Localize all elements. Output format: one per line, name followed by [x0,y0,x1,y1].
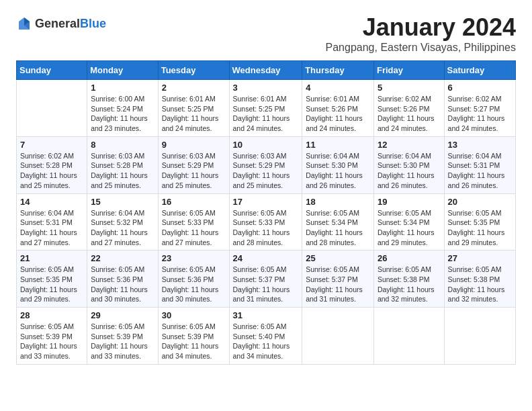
calendar-cell: 3Sunrise: 6:01 AMSunset: 5:25 PMDaylight… [229,80,302,137]
day-info: Sunrise: 6:05 AMSunset: 5:35 PMDaylight:… [20,265,83,304]
day-info: Sunrise: 6:02 AMSunset: 5:28 PMDaylight:… [20,151,83,191]
calendar-cell: 5Sunrise: 6:02 AMSunset: 5:26 PMDaylight… [373,80,444,137]
calendar-cell: 23Sunrise: 6:05 AMSunset: 5:36 PMDayligh… [158,250,229,308]
general-blue-icon [16,16,32,32]
header: GeneralBlue January 2024 Pangpang, Easte… [16,13,516,54]
day-number: 30 [162,310,226,320]
day-info: Sunrise: 6:01 AMSunset: 5:25 PMDaylight:… [233,94,299,134]
calendar-cell: 25Sunrise: 6:05 AMSunset: 5:37 PMDayligh… [302,250,374,308]
calendar-cell: 13Sunrise: 6:04 AMSunset: 5:31 PMDayligh… [444,136,515,193]
day-number: 27 [448,253,512,263]
day-info: Sunrise: 6:05 AMSunset: 5:38 PMDaylight:… [448,265,512,304]
day-info: Sunrise: 6:04 AMSunset: 5:30 PMDaylight:… [378,151,441,191]
calendar-week-row: 1Sunrise: 6:00 AMSunset: 5:24 PMDaylight… [17,80,516,137]
calendar-cell: 16Sunrise: 6:05 AMSunset: 5:33 PMDayligh… [158,193,229,250]
day-number: 7 [20,140,83,150]
day-number: 29 [91,310,154,320]
calendar-cell: 22Sunrise: 6:05 AMSunset: 5:36 PMDayligh… [87,250,158,308]
day-info: Sunrise: 6:05 AMSunset: 5:34 PMDaylight:… [378,208,441,248]
calendar-cell: 18Sunrise: 6:05 AMSunset: 5:34 PMDayligh… [302,193,374,250]
day-number: 8 [91,140,154,150]
day-info: Sunrise: 6:05 AMSunset: 5:33 PMDaylight:… [233,208,299,248]
day-number: 23 [162,253,226,263]
day-info: Sunrise: 6:05 AMSunset: 5:37 PMDaylight:… [233,265,299,304]
day-info: Sunrise: 6:05 AMSunset: 5:39 PMDaylight:… [162,322,226,361]
day-number: 26 [378,253,441,263]
day-number: 1 [91,83,154,93]
calendar-cell: 10Sunrise: 6:03 AMSunset: 5:29 PMDayligh… [229,136,302,193]
day-info: Sunrise: 6:05 AMSunset: 5:39 PMDaylight:… [91,322,154,361]
day-number: 4 [306,83,370,93]
calendar-table: SundayMondayTuesdayWednesdayThursdayFrid… [16,60,516,365]
calendar-cell [17,80,87,137]
calendar-header-row: SundayMondayTuesdayWednesdayThursdayFrid… [17,61,516,80]
day-number: 28 [20,310,83,320]
calendar-cell: 17Sunrise: 6:05 AMSunset: 5:33 PMDayligh… [229,193,302,250]
column-header-thursday: Thursday [302,61,374,80]
calendar-cell: 4Sunrise: 6:01 AMSunset: 5:26 PMDaylight… [302,80,374,137]
day-number: 10 [233,140,299,150]
calendar-cell: 12Sunrise: 6:04 AMSunset: 5:30 PMDayligh… [373,136,444,193]
day-number: 5 [378,83,441,93]
day-info: Sunrise: 6:03 AMSunset: 5:29 PMDaylight:… [162,151,226,191]
calendar-cell: 26Sunrise: 6:05 AMSunset: 5:38 PMDayligh… [373,250,444,308]
day-number: 13 [448,140,512,150]
day-info: Sunrise: 6:05 AMSunset: 5:35 PMDaylight:… [448,208,512,248]
day-number: 25 [306,253,370,263]
logo-general: General [35,17,80,30]
calendar-cell [444,308,515,365]
calendar-cell: 11Sunrise: 6:04 AMSunset: 5:30 PMDayligh… [302,136,374,193]
day-number: 3 [233,83,299,93]
day-info: Sunrise: 6:05 AMSunset: 5:38 PMDaylight:… [378,265,441,304]
column-header-friday: Friday [373,61,444,80]
calendar-cell: 24Sunrise: 6:05 AMSunset: 5:37 PMDayligh… [229,250,302,308]
calendar-cell: 15Sunrise: 6:04 AMSunset: 5:32 PMDayligh… [87,193,158,250]
day-number: 19 [378,197,441,207]
day-number: 18 [306,197,370,207]
day-number: 16 [162,197,226,207]
column-header-monday: Monday [87,61,158,80]
calendar-cell: 20Sunrise: 6:05 AMSunset: 5:35 PMDayligh… [444,193,515,250]
day-info: Sunrise: 6:05 AMSunset: 5:37 PMDaylight:… [306,265,370,304]
month-title: January 2024 [326,13,516,42]
day-info: Sunrise: 6:05 AMSunset: 5:34 PMDaylight:… [306,208,370,248]
day-info: Sunrise: 6:05 AMSunset: 5:39 PMDaylight:… [20,322,83,361]
day-info: Sunrise: 6:04 AMSunset: 5:31 PMDaylight:… [448,151,512,191]
day-number: 12 [378,140,441,150]
title-area: January 2024 Pangpang, Eastern Visayas, … [326,13,516,54]
calendar-cell: 29Sunrise: 6:05 AMSunset: 5:39 PMDayligh… [87,308,158,365]
calendar-week-row: 21Sunrise: 6:05 AMSunset: 5:35 PMDayligh… [17,250,516,308]
day-info: Sunrise: 6:05 AMSunset: 5:40 PMDaylight:… [233,322,299,361]
day-number: 31 [233,310,299,320]
calendar-cell: 30Sunrise: 6:05 AMSunset: 5:39 PMDayligh… [158,308,229,365]
day-number: 21 [20,253,83,263]
day-info: Sunrise: 6:04 AMSunset: 5:32 PMDaylight:… [91,208,154,248]
day-info: Sunrise: 6:05 AMSunset: 5:33 PMDaylight:… [162,208,226,248]
day-number: 11 [306,140,370,150]
logo-blue: Blue [80,17,106,30]
day-number: 22 [91,253,154,263]
calendar-cell: 21Sunrise: 6:05 AMSunset: 5:35 PMDayligh… [17,250,87,308]
day-number: 9 [162,140,226,150]
calendar-cell: 8Sunrise: 6:03 AMSunset: 5:28 PMDaylight… [87,136,158,193]
day-info: Sunrise: 6:01 AMSunset: 5:25 PMDaylight:… [162,94,226,134]
calendar-cell: 2Sunrise: 6:01 AMSunset: 5:25 PMDaylight… [158,80,229,137]
day-number: 24 [233,253,299,263]
calendar-cell [373,308,444,365]
day-number: 17 [233,197,299,207]
day-info: Sunrise: 6:05 AMSunset: 5:36 PMDaylight:… [162,265,226,304]
day-number: 15 [91,197,154,207]
column-header-wednesday: Wednesday [229,61,302,80]
calendar-week-row: 28Sunrise: 6:05 AMSunset: 5:39 PMDayligh… [17,308,516,365]
day-number: 20 [448,197,512,207]
calendar-cell: 28Sunrise: 6:05 AMSunset: 5:39 PMDayligh… [17,308,87,365]
day-number: 2 [162,83,226,93]
day-number: 14 [20,197,83,207]
day-info: Sunrise: 6:03 AMSunset: 5:28 PMDaylight:… [91,151,154,191]
calendar-cell: 1Sunrise: 6:00 AMSunset: 5:24 PMDaylight… [87,80,158,137]
column-header-tuesday: Tuesday [158,61,229,80]
calendar-cell: 27Sunrise: 6:05 AMSunset: 5:38 PMDayligh… [444,250,515,308]
day-info: Sunrise: 6:05 AMSunset: 5:36 PMDaylight:… [91,265,154,304]
calendar-cell [302,308,374,365]
calendar-week-row: 7Sunrise: 6:02 AMSunset: 5:28 PMDaylight… [17,136,516,193]
